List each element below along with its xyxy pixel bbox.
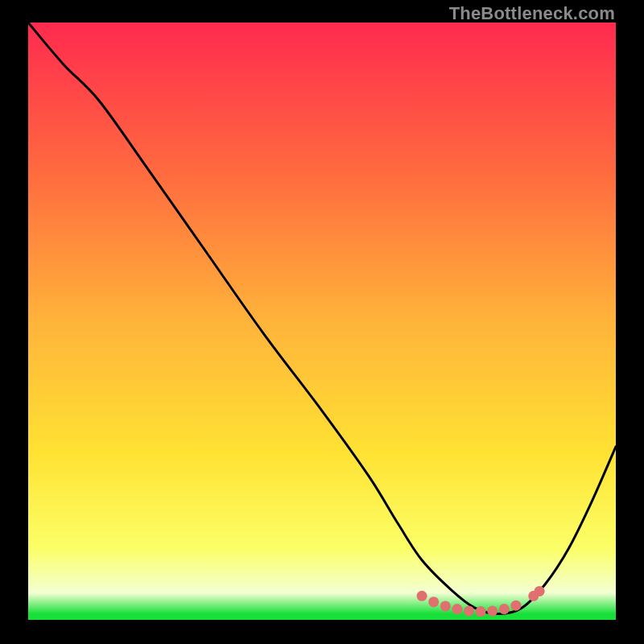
optimal-dot: [499, 604, 510, 614]
optimal-dot: [476, 606, 486, 617]
optimal-dot: [440, 601, 451, 611]
gradient-background: [28, 23, 616, 620]
optimal-dot: [510, 601, 521, 611]
optimal-dot: [464, 605, 474, 616]
chart-frame: TheBottleneck.com: [0, 0, 644, 644]
bottleneck-chart: [28, 23, 616, 620]
optimal-dot: [535, 586, 545, 597]
optimal-dot: [417, 591, 427, 601]
watermark-text: TheBottleneck.com: [449, 3, 615, 24]
optimal-dot: [452, 604, 462, 614]
optimal-dot: [487, 605, 497, 616]
optimal-dot: [428, 597, 439, 607]
